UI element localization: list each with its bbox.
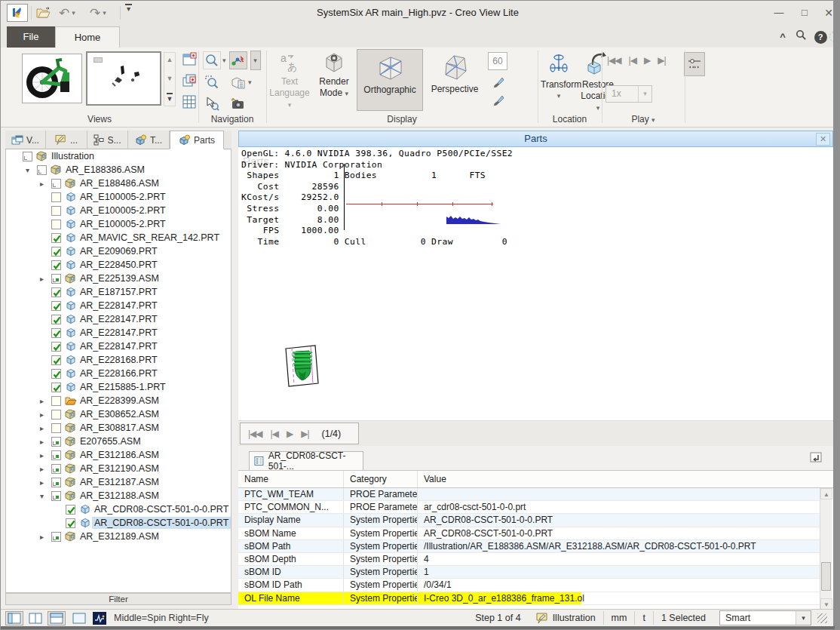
- tree-item[interactable]: ▸AR_E312187.ASM: [6, 475, 231, 489]
- tree-item[interactable]: AR_E209069.PRT: [6, 244, 231, 258]
- left-panel-tab-[interactable]: ...: [46, 131, 87, 149]
- location-state-icon[interactable]: [51, 179, 61, 189]
- tree-item[interactable]: AR_E228450.PRT: [6, 258, 231, 272]
- selection-mode-dropdown-icon[interactable]: ▾: [796, 611, 811, 625]
- views-gallery-expand-icon[interactable]: ▼: [167, 93, 173, 103]
- column-header-value[interactable]: Value: [418, 471, 833, 487]
- tree-item[interactable]: Illustration: [6, 149, 231, 163]
- scroll-down-icon[interactable]: ▼: [167, 75, 173, 82]
- step-forward-button[interactable]: ▶|: [658, 55, 665, 66]
- layout-horizontal-split-icon[interactable]: [48, 611, 66, 625]
- scrollbar-up-icon[interactable]: ▲: [820, 488, 832, 499]
- checkbox-checked[interactable]: [51, 233, 61, 243]
- zoom-dropdown-icon[interactable]: ▾: [222, 57, 226, 64]
- mode-indicator[interactable]: Illustration: [529, 610, 603, 626]
- tree-item[interactable]: ▸AR_E188486.ASM: [6, 177, 231, 190]
- location-state-dot-icon[interactable]: [51, 464, 61, 474]
- tab-file[interactable]: File: [7, 26, 55, 48]
- model-views-dropdown-icon[interactable]: ▾: [248, 78, 252, 86]
- location-state-dot-icon[interactable]: [51, 450, 61, 460]
- checkbox-unchecked[interactable]: [51, 396, 61, 406]
- viewport-header[interactable]: Parts ✕: [238, 131, 833, 147]
- pager-next-button[interactable]: ▶|: [301, 429, 308, 439]
- trace-dropdown-button[interactable]: ▾: [250, 51, 261, 70]
- view-thumbnail-parts[interactable]: [86, 51, 161, 106]
- expander-closed-icon[interactable]: ▸: [35, 451, 49, 459]
- filter-bar[interactable]: Filter: [5, 593, 231, 605]
- tree-item[interactable]: AR_E100005-2.PRT: [6, 217, 231, 231]
- step-back-button[interactable]: |◀: [629, 55, 636, 66]
- table-row[interactable]: sBOM PathSystem Properties/Illustration/…: [238, 540, 820, 553]
- layout-single-pane-icon[interactable]: [5, 611, 23, 625]
- tile-grid-icon[interactable]: [180, 93, 198, 111]
- paint-background-icon[interactable]: [489, 93, 506, 109]
- checkbox-checked[interactable]: [51, 369, 61, 379]
- table-row[interactable]: Display NameSystem PropertiesAR_CDR08-CS…: [238, 514, 820, 527]
- scrollbar-thumb[interactable]: [821, 562, 831, 591]
- zoom-button[interactable]: [203, 51, 221, 69]
- checkbox-checked[interactable]: [51, 355, 61, 365]
- tab-home[interactable]: Home: [55, 26, 120, 48]
- checkbox-unchecked[interactable]: [51, 423, 61, 433]
- scroll-up-icon[interactable]: ▲: [167, 56, 173, 63]
- tree-item[interactable]: AR_E228147.PRT: [6, 299, 231, 312]
- location-state-dot-icon[interactable]: [51, 491, 61, 501]
- tree-item[interactable]: ▸AR_E308817.ASM: [6, 421, 231, 435]
- fov-value-box[interactable]: 60: [488, 52, 507, 70]
- left-panel-tab-t[interactable]: T...: [128, 131, 170, 149]
- play-button[interactable]: ▶: [644, 55, 650, 66]
- render-mode-button[interactable]: Render Mode ▾: [313, 49, 355, 111]
- viewport-close-button[interactable]: ✕: [816, 133, 830, 146]
- expander-closed-icon[interactable]: ▸: [35, 397, 49, 405]
- location-state-dot-icon[interactable]: [51, 274, 61, 284]
- tree-item[interactable]: ▾AR_E188386.ASM: [6, 163, 231, 177]
- checkbox-checked[interactable]: [51, 383, 61, 392]
- tree-item[interactable]: AR_E228147.PRT: [6, 312, 231, 326]
- scrollbar-down-icon[interactable]: ▼: [820, 598, 832, 610]
- tree-item[interactable]: AR_MAVIC_SR_REAR_142.PRT: [6, 231, 231, 244]
- tree-item[interactable]: AR_E228147.PRT: [6, 326, 231, 340]
- group-label-play[interactable]: Play ▾: [602, 114, 685, 124]
- expander-closed-icon[interactable]: ▸: [35, 465, 49, 473]
- tree-item[interactable]: AR_E228147.PRT: [6, 340, 231, 353]
- transform-button[interactable]: Transform ▾: [541, 49, 577, 111]
- collapse-ribbon-button[interactable]: ^: [774, 29, 791, 45]
- table-row[interactable]: sBOM DepthSystem Properties4: [238, 553, 820, 566]
- left-panel-tab-v[interactable]: V...: [5, 131, 46, 149]
- checkbox-unchecked[interactable]: [51, 206, 61, 216]
- location-state-dot-icon[interactable]: [51, 437, 61, 447]
- selection-mode-select[interactable]: Smart ▾: [719, 610, 811, 625]
- table-row[interactable]: sBOM ID PathSystem Properties/0/34/1: [238, 579, 820, 592]
- tolerance-indicator[interactable]: t: [635, 610, 652, 626]
- checkbox-checked[interactable]: [51, 260, 61, 270]
- column-header-category[interactable]: Category: [344, 471, 418, 487]
- tree-item[interactable]: ▸AR_E312189.ASM: [6, 530, 231, 543]
- minimize-button[interactable]: —: [768, 5, 789, 20]
- checkbox-checked[interactable]: [51, 247, 61, 257]
- units-indicator[interactable]: mm: [604, 610, 635, 626]
- text-language-button[interactable]: aあ Text Language ▾: [268, 49, 311, 111]
- checkbox-unchecked[interactable]: [51, 220, 61, 229]
- tree-item[interactable]: ▸E207655.ASM: [6, 435, 231, 448]
- properties-tab[interactable]: AR_CDR08-CSCT-501-...: [249, 451, 363, 470]
- table-row[interactable]: PTC_COMMON_N...PROE Parametersar_cdr08-c…: [238, 501, 820, 514]
- checkbox-checked[interactable]: [51, 342, 61, 352]
- tree-item[interactable]: ▸AR_E228399.ASM: [6, 394, 231, 407]
- cascade-views-icon[interactable]: [180, 72, 198, 90]
- left-panel-tab-s[interactable]: S...: [87, 131, 128, 149]
- undock-panel-button[interactable]: [810, 452, 823, 464]
- play-speed-dropdown-icon[interactable]: ▾: [638, 86, 651, 102]
- layout-full-pane-icon[interactable]: [70, 611, 88, 625]
- expander-closed-icon[interactable]: ▸: [35, 275, 49, 283]
- paint-model-icon[interactable]: [489, 75, 506, 91]
- orthographic-button[interactable]: Orthographic: [357, 49, 423, 111]
- expander-open-icon[interactable]: ▾: [35, 492, 49, 500]
- snapshot-button[interactable]: [228, 94, 247, 112]
- part-3d-object[interactable]: [277, 343, 326, 391]
- tree-item[interactable]: AR_E228168.PRT: [6, 353, 231, 367]
- tree-item[interactable]: ▸AR_E225139.ASM: [6, 272, 231, 285]
- pager-previous-button[interactable]: |◀: [271, 429, 278, 439]
- checkbox-checked[interactable]: [51, 328, 61, 338]
- checkbox-unchecked[interactable]: [51, 192, 61, 202]
- tree-item[interactable]: AR_CDR08-CSCT-501-0-0.PRT: [6, 516, 231, 530]
